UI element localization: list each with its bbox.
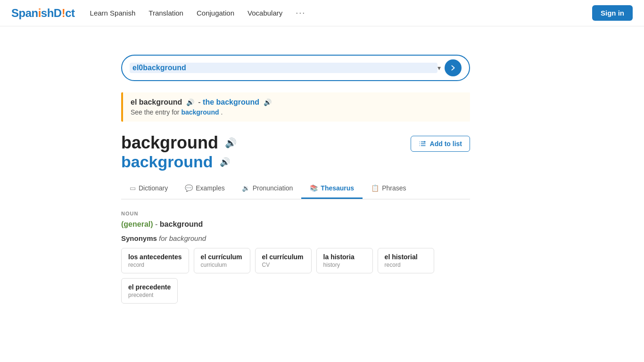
tab-examples[interactable]: 💬 Examples [176, 179, 233, 199]
word-english-speaker-icon[interactable]: 🔊 [225, 137, 237, 148]
add-to-list-icon [419, 140, 426, 148]
tab-pronunciation-label: Pronunciation [253, 184, 293, 192]
synonym-word-1: el currículum [201, 253, 243, 261]
thesaurus-content: NOUN (general) - background Synonyms for… [121, 211, 470, 304]
content-tabs: ▭ Dictionary 💬 Examples 🔉 Pronunciation … [121, 179, 470, 199]
synonym-word-2: el currículum [262, 253, 305, 261]
dictionary-icon: ▭ [130, 184, 136, 192]
logo[interactable]: SpanishD!ct [11, 7, 75, 20]
search-input[interactable] [130, 63, 438, 73]
thesaurus-icon: 📚 [310, 184, 318, 192]
hint-en-speaker-icon[interactable]: 🔊 [264, 99, 272, 106]
synonym-word-4: el historial [385, 253, 427, 261]
synonym-card-1[interactable]: el currículum curriculum [194, 248, 250, 273]
sign-in-button[interactable]: Sign in [592, 5, 633, 21]
hint-dash: - [198, 98, 203, 106]
search-arrow-icon [449, 64, 457, 72]
logo-accent: i [38, 7, 41, 19]
nav-learn-spanish[interactable]: Learn Spanish [90, 9, 136, 17]
search-chevron-icon[interactable]: ▾ [438, 64, 441, 72]
synonym-card-5[interactable]: el precedente precedent [121, 278, 178, 304]
nav-translation[interactable]: Translation [149, 9, 183, 17]
synonym-trans-4: record [385, 262, 427, 268]
synonym-card-4[interactable]: el historial record [378, 248, 434, 273]
hint-es-word: el background [131, 98, 182, 106]
tab-dictionary-label: Dictionary [139, 184, 168, 192]
word-entry: background 🔊 background 🔊 Add to list [121, 133, 470, 171]
search-bar: ▾ [121, 55, 470, 81]
header: SpanishD!ct Learn Spanish Translation Co… [0, 0, 644, 26]
logo-exclamation: ! [62, 7, 66, 19]
synonym-word-3: la historia [323, 253, 366, 261]
search-button[interactable] [445, 59, 462, 76]
tab-dictionary[interactable]: ▭ Dictionary [121, 179, 176, 199]
sense-label: (general) - background [121, 220, 470, 229]
synonym-card-3[interactable]: la historia history [316, 248, 373, 273]
word-header: background 🔊 background 🔊 Add to list [121, 133, 470, 171]
sense-word: background [160, 220, 203, 228]
synonym-card-0[interactable]: los antecedentes record [121, 248, 189, 273]
synonym-trans-1: curriculum [201, 262, 243, 268]
synonym-trans-2: CV [262, 262, 305, 268]
hint-en-word[interactable]: the background [203, 98, 259, 106]
tab-thesaurus-label: Thesaurus [321, 184, 354, 192]
nav-conjugation[interactable]: Conjugation [197, 9, 234, 17]
more-menu-button[interactable]: ··· [296, 8, 305, 18]
add-to-list-button[interactable]: Add to list [411, 136, 470, 152]
synonym-trans-5: precedent [128, 292, 171, 298]
word-titles: background 🔊 background 🔊 [121, 133, 239, 171]
synonyms-for: for background [159, 234, 206, 242]
synonym-cards-row2: el precedente precedent [121, 278, 470, 304]
main-nav: Learn Spanish Translation Conjugation Vo… [90, 8, 577, 18]
synonym-cards-row1: los antecedentes record el currículum cu… [121, 248, 470, 273]
tab-phrases-label: Phrases [382, 184, 406, 192]
hint-sub-end: . [221, 108, 223, 116]
main-content: ▾ el background 🔊 - the background 🔊 See… [110, 26, 534, 320]
hint-sub-text: See the entry for [131, 108, 181, 116]
hint-main-line: el background 🔊 - the background 🔊 [131, 98, 462, 107]
tab-phrases[interactable]: 📋 Phrases [363, 179, 414, 199]
synonyms-header: Synonyms for background [121, 234, 470, 242]
part-of-speech-label: NOUN [121, 211, 470, 216]
hint-sub-link[interactable]: background [181, 108, 219, 116]
synonym-word-5: el precedente [128, 283, 171, 291]
hint-box: el background 🔊 - the background 🔊 See t… [121, 92, 470, 122]
phrases-icon: 📋 [371, 184, 379, 192]
tab-pronunciation[interactable]: 🔉 Pronunciation [233, 179, 302, 199]
sense-dash: - [155, 220, 160, 228]
word-spanish-speaker-icon[interactable]: 🔊 [220, 157, 230, 167]
synonym-trans-3: history [323, 262, 366, 268]
tab-thesaurus[interactable]: 📚 Thesaurus [301, 179, 363, 199]
synonyms-title: Synonyms [121, 234, 157, 242]
tab-examples-label: Examples [196, 184, 224, 192]
sense-general: (general) [121, 220, 153, 228]
word-english-text: background [121, 133, 218, 153]
synonym-trans-0: record [128, 262, 182, 268]
nav-vocabulary[interactable]: Vocabulary [248, 9, 282, 17]
word-spanish: background 🔊 [121, 153, 239, 171]
word-english: background 🔊 [121, 133, 239, 153]
synonym-word-0: los antecedentes [128, 253, 182, 261]
examples-icon: 💬 [185, 184, 193, 192]
hint-es-speaker-icon[interactable]: 🔊 [186, 99, 194, 106]
hint-sub-line: See the entry for background . [131, 108, 462, 116]
synonym-card-2[interactable]: el currículum CV [255, 248, 312, 273]
word-spanish-text: background [121, 153, 213, 171]
pronunciation-icon: 🔉 [242, 184, 250, 192]
add-to-list-label: Add to list [430, 140, 462, 148]
